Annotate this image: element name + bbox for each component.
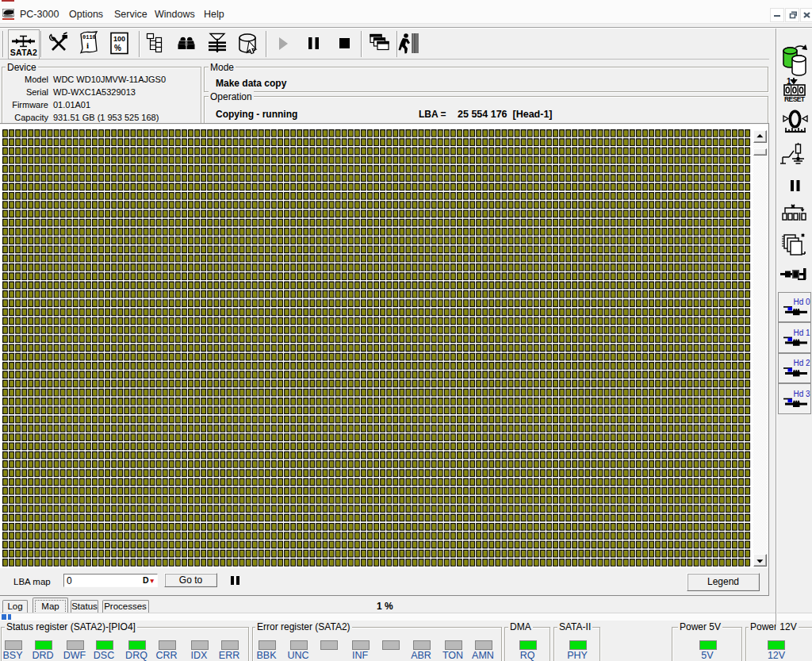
svg-text:i: i	[86, 40, 89, 50]
svg-text:Hd 0: Hd 0	[793, 298, 810, 306]
svg-text:Hd 3: Hd 3	[793, 389, 810, 398]
svg-text:100: 100	[113, 35, 125, 43]
svg-text:0110: 0110	[82, 34, 96, 40]
svg-text:%: %	[114, 44, 121, 52]
svg-text:RESET: RESET	[784, 95, 806, 103]
svg-text:Hd 2: Hd 2	[793, 359, 810, 367]
svg-text:Hd 1: Hd 1	[793, 328, 810, 336]
